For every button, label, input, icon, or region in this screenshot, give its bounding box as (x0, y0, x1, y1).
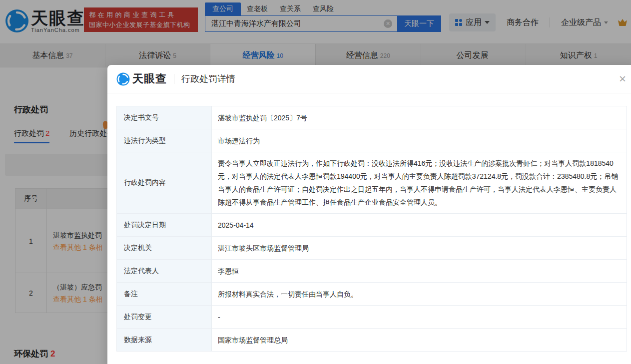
detail-row: 法定代表人 李恩恒 (117, 260, 627, 283)
field-label: 处罚决定日期 (117, 214, 212, 236)
penalty-detail-modal: 天眼查 行政处罚详情 × 决定书文号 湛坡市监执处罚〔2025〕7号 违法行为类… (107, 65, 631, 364)
field-label: 法定代表人 (117, 260, 212, 282)
field-value: 湛江市坡头区市场监督管理局 (212, 237, 627, 259)
detail-row: 决定机关 湛江市坡头区市场监督管理局 (117, 237, 627, 260)
detail-row: 违法行为类型 市场违法行为 (117, 129, 627, 152)
detail-row: 处罚变更 - (117, 306, 627, 329)
field-value: 2025-04-14 (212, 214, 627, 236)
field-label: 备注 (117, 283, 212, 305)
field-value: 湛坡市监执处罚〔2025〕7号 (212, 106, 627, 129)
field-label: 违法行为类型 (117, 129, 212, 152)
field-label: 数据来源 (117, 329, 212, 351)
page: 天眼查 TianYanCha.com 都在用的商业查询工具 国家中小企业发展子基… (0, 0, 631, 364)
close-icon[interactable]: × (616, 72, 630, 86)
modal-logo: 天眼查 (116, 71, 167, 86)
field-value: - (212, 306, 627, 328)
detail-row: 数据来源 国家市场监督管理总局 (117, 329, 627, 352)
field-label: 决定书文号 (117, 106, 212, 129)
field-value: 市场违法行为 (212, 129, 627, 152)
detail-row: 处罚决定日期 2025-04-14 (117, 214, 627, 237)
field-label: 决定机关 (117, 237, 212, 259)
penalty-detail-table: 决定书文号 湛坡市监执处罚〔2025〕7号 违法行为类型 市场违法行为 行政处罚… (116, 106, 627, 352)
field-label: 行政处罚内容 (117, 152, 212, 213)
modal-header: 天眼查 行政处罚详情 × (107, 65, 631, 93)
divider (174, 74, 174, 84)
tianyancha-swirl-icon (116, 72, 130, 86)
modal-title: 行政处罚详情 (181, 73, 235, 85)
detail-row: 行政处罚内容 责令当事人立即改正违法行为，作如下行政处罚：没收违法所得416元；… (117, 152, 627, 214)
field-label: 处罚变更 (117, 306, 212, 328)
modal-logo-text: 天眼查 (132, 71, 167, 86)
field-value: 所报材料真实合法，一切责任由当事人自负。 (212, 283, 627, 305)
field-value: 国家市场监督管理总局 (212, 329, 627, 351)
detail-row: 决定书文号 湛坡市监执处罚〔2025〕7号 (117, 106, 627, 129)
field-value: 责令当事人立即改正违法行为，作如下行政处罚：没收违法所得416元；没收违法生产的… (212, 152, 627, 213)
detail-row: 备注 所报材料真实合法，一切责任由当事人自负。 (117, 283, 627, 306)
field-value: 李恩恒 (212, 260, 627, 282)
